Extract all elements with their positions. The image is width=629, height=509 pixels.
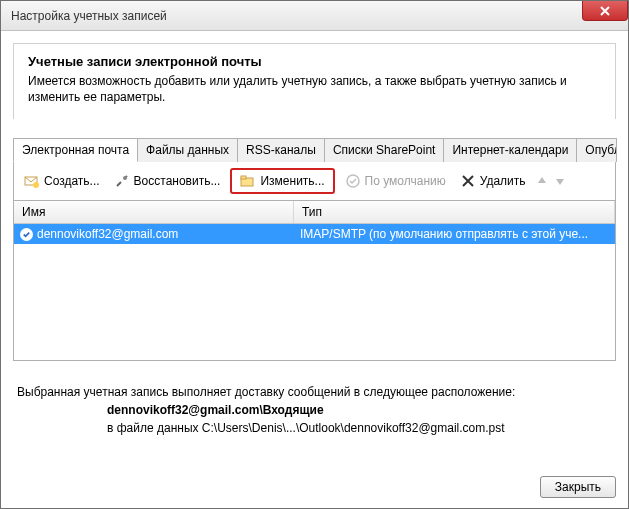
- default-button: По умолчанию: [341, 171, 450, 191]
- header-title: Учетные записи электронной почты: [28, 54, 601, 69]
- row-name-cell: dennovikoff32@gmail.com: [14, 224, 294, 244]
- header-description: Имеется возможность добавить или удалить…: [28, 73, 601, 105]
- info-line2: в файле данных C:\Users\Denis\...\Outloo…: [17, 421, 612, 435]
- toolbar: Создать... Восстановить... Изменить... П…: [13, 162, 616, 201]
- col-name[interactable]: Имя: [14, 201, 294, 223]
- tab-published[interactable]: Опубликован: [576, 138, 617, 162]
- create-button[interactable]: Создать...: [20, 171, 104, 191]
- tab-rss[interactable]: RSS-каналы: [237, 138, 325, 162]
- svg-point-2: [123, 176, 127, 180]
- info-target: dennovikoff32@gmail.com\Входящие: [17, 403, 612, 417]
- folder-edit-icon: [240, 173, 256, 189]
- tabs: Электронная почта Файлы данных RSS-канал…: [13, 137, 616, 162]
- tab-datafiles[interactable]: Файлы данных: [137, 138, 238, 162]
- row-type: IMAP/SMTP (по умолчанию отправлять с это…: [300, 227, 588, 241]
- info-line1: Выбранная учетная запись выполняет доста…: [17, 385, 612, 399]
- svg-rect-4: [241, 176, 246, 179]
- create-label: Создать...: [44, 174, 100, 188]
- close-icon: [597, 3, 613, 19]
- repair-label: Восстановить...: [134, 174, 221, 188]
- col-type[interactable]: Тип: [294, 201, 615, 223]
- move-up-icon: [536, 175, 548, 187]
- titlebar: Настройка учетных записей: [1, 1, 628, 31]
- svg-point-1: [33, 182, 39, 188]
- tab-email[interactable]: Электронная почта: [13, 138, 138, 162]
- edit-button[interactable]: Изменить...: [230, 168, 334, 194]
- move-down-icon: [554, 175, 566, 187]
- delete-label: Удалить: [480, 174, 526, 188]
- mail-new-icon: [24, 173, 40, 189]
- footer: Закрыть: [13, 466, 616, 498]
- header-block: Учетные записи электронной почты Имеется…: [13, 43, 616, 119]
- close-button[interactable]: [582, 1, 628, 21]
- repair-button[interactable]: Восстановить...: [110, 171, 225, 191]
- content-area: Учетные записи электронной почты Имеется…: [1, 31, 628, 508]
- default-label: По умолчанию: [365, 174, 446, 188]
- tools-icon: [114, 173, 130, 189]
- list-header: Имя Тип: [14, 201, 615, 224]
- default-check-icon: [20, 228, 33, 241]
- dialog-window: Настройка учетных записей Учетные записи…: [0, 0, 629, 509]
- close-dialog-button[interactable]: Закрыть: [540, 476, 616, 498]
- accounts-list: Имя Тип dennovikoff32@gmail.com IMAP/SMT…: [13, 201, 616, 361]
- window-title: Настройка учетных записей: [11, 9, 167, 23]
- row-name: dennovikoff32@gmail.com: [37, 227, 178, 241]
- default-icon: [345, 173, 361, 189]
- row-type-cell: IMAP/SMTP (по умолчанию отправлять с это…: [294, 224, 615, 244]
- tab-sharepoint[interactable]: Списки SharePoint: [324, 138, 445, 162]
- delete-button[interactable]: Удалить: [456, 171, 530, 191]
- tab-internet-calendars[interactable]: Интернет-календари: [443, 138, 577, 162]
- info-block: Выбранная учетная запись выполняет доста…: [13, 381, 616, 439]
- table-row[interactable]: dennovikoff32@gmail.com IMAP/SMTP (по ум…: [14, 224, 615, 244]
- edit-label: Изменить...: [260, 174, 324, 188]
- delete-icon: [460, 173, 476, 189]
